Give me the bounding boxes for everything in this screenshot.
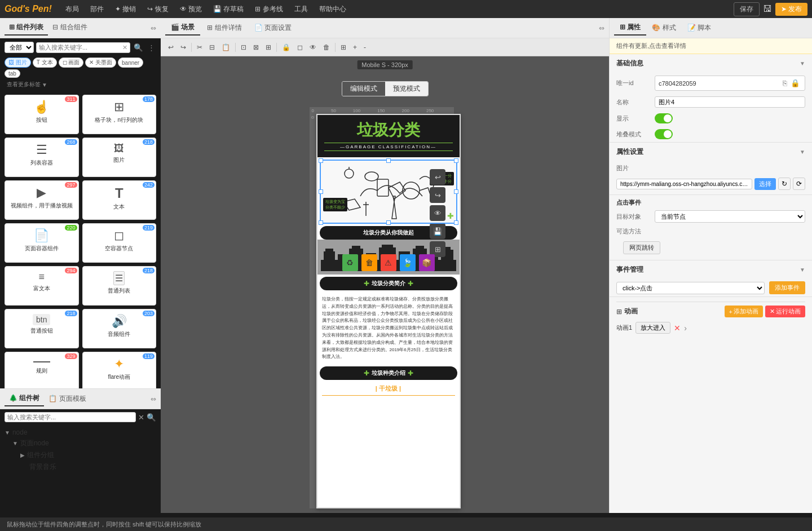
comp-item-page-container[interactable]: 220 📄 页面容器组件	[5, 223, 79, 263]
tab-attributes[interactable]: ⊞ 属性	[614, 20, 646, 36]
basic-info-header[interactable]: 基础信息 ▼	[610, 54, 812, 73]
tab-scene[interactable]: 🎬 场景	[165, 20, 200, 36]
comp-item-grid[interactable]: 178 ⊞ 格子块，n行列的块	[82, 95, 157, 134]
comp-item-plain-list[interactable]: 218 ☰ 普通列表	[82, 266, 157, 306]
menu-redo[interactable]: ↪ 恢复	[143, 2, 173, 16]
tab-comp-tree[interactable]: 🌲 组件树	[5, 391, 44, 406]
show-more-tags-btn[interactable]: 查看更多标签 ▼	[5, 80, 50, 89]
comp-item-list[interactable]: 268 ☰ 列表容器	[5, 138, 79, 177]
uid-copy-btn[interactable]: ⎘	[782, 78, 788, 88]
tree-search-clear[interactable]: ✕	[138, 413, 144, 422]
tree-search-btn[interactable]: 🔍	[147, 413, 156, 422]
tree-node-page[interactable]: ▼ 页面node	[12, 437, 156, 449]
toolbar-zoom-in[interactable]: +	[350, 42, 360, 52]
menu-component[interactable]: 部件	[86, 2, 108, 16]
center-expand-btn[interactable]: ⇔	[599, 24, 604, 32]
tag-image[interactable]: 🖼 图片	[5, 57, 31, 68]
add-event-btn[interactable]: 添加事件	[769, 281, 805, 294]
event-management-header[interactable]: 事件管理 ▼	[610, 260, 812, 279]
tree-node-bg-music[interactable]: 背景音乐	[20, 461, 156, 473]
overlay-toggle[interactable]	[655, 129, 673, 139]
tab-page-settings[interactable]: 📄 页面设置	[249, 21, 297, 35]
comp-item-audio[interactable]: 203 🔊 音频组件	[82, 309, 157, 348]
tag-canvas[interactable]: ◻ 画面	[59, 57, 84, 68]
toolbar-copy[interactable]: ⊟	[206, 42, 218, 52]
tab-component-list[interactable]: ⊞ 组件列表	[5, 20, 48, 36]
prop-update-banner[interactable]: 组件有更新,点击查看详情	[610, 38, 812, 54]
tag-text[interactable]: T 文本	[33, 57, 57, 68]
target-select[interactable]: 当前节点	[655, 210, 805, 223]
comp-item-flare[interactable]: 119 ✦ flare动画	[82, 352, 157, 388]
event-type-select[interactable]: click->点击	[616, 282, 765, 294]
component-search-input[interactable]	[39, 44, 122, 51]
toolbar-hide[interactable]: 👁	[307, 42, 319, 52]
float-forward-btn[interactable]: ↪	[430, 187, 445, 203]
tab-comp-detail[interactable]: ⊞ 组件详情	[201, 21, 247, 35]
toolbar-align[interactable]: ⊡	[238, 42, 249, 52]
tab-combine-component[interactable]: ⊟ 组合组件	[48, 20, 91, 36]
more-options-button[interactable]: ⋮	[147, 43, 156, 52]
edit-mode-btn[interactable]: 编辑模式	[342, 82, 385, 96]
menu-undo[interactable]: ✦ 撤销	[111, 2, 140, 16]
comp-item-plain-btn[interactable]: 218 btn 普通按钮	[5, 309, 79, 348]
comp-item-richtext[interactable]: 294 ≡ 富文本	[5, 266, 79, 306]
tab-page-template[interactable]: 📋 页面模板	[44, 392, 90, 406]
comp-item-text[interactable]: 242 T 文本	[82, 180, 157, 220]
tag-tab[interactable]: tab	[5, 69, 20, 78]
tree-expand-btn[interactable]: ⇔	[151, 395, 156, 403]
toolbar-zoom-fit[interactable]: ⊞	[338, 42, 349, 52]
category-select[interactable]: 全部	[5, 42, 34, 53]
expand-panel-btn[interactable]: ⇔	[151, 24, 156, 32]
image-choose-btn[interactable]: 选择	[754, 178, 776, 190]
toolbar-order[interactable]: ⊞	[263, 42, 274, 52]
toolbar-paste[interactable]: 📋	[219, 42, 233, 52]
comp-item-empty-container[interactable]: 219 ◻ 空容器节点	[82, 223, 157, 263]
preview-mode-btn[interactable]: 预览模式	[385, 82, 428, 96]
save-icon[interactable]: 🖫	[763, 4, 772, 14]
uid-lock-btn[interactable]: 🔒	[789, 78, 801, 88]
toolbar-distribute[interactable]: ⊠	[250, 42, 262, 52]
tree-search-input[interactable]	[5, 412, 136, 422]
attr-settings-header[interactable]: 属性设置 ▼	[610, 143, 812, 161]
toolbar-delete[interactable]: 🗑	[320, 42, 333, 52]
toolbar-redo[interactable]: ↪	[178, 42, 189, 52]
save-button[interactable]: 保存	[734, 2, 760, 16]
toolbar-lock[interactable]: 🔒	[279, 42, 293, 52]
tab-style[interactable]: 🎨 样式	[646, 21, 681, 35]
anim-item-action-btn[interactable]: 放大进入	[636, 322, 670, 334]
comp-item-rule[interactable]: 329 规则	[5, 352, 79, 388]
add-animation-btn[interactable]: + 添加动画	[725, 306, 763, 317]
tag-close[interactable]: ✕ 关墨面	[85, 57, 116, 68]
image-refresh-btn[interactable]: ⟳	[793, 178, 805, 190]
menu-tools[interactable]: 工具	[290, 2, 312, 16]
anim-delete-btn[interactable]: ✕	[674, 324, 681, 333]
display-toggle[interactable]	[655, 113, 673, 123]
menu-layout[interactable]: 布局	[61, 2, 83, 16]
run-animation-btn[interactable]: ✕ 运行动画	[765, 306, 805, 317]
tree-node-root[interactable]: ▼ node	[5, 427, 156, 437]
search-button[interactable]: 🔍	[133, 43, 144, 52]
menu-guidelines[interactable]: ⊞ 参考线	[250, 2, 287, 16]
tree-node-comp-group[interactable]: ▶ 组件分组	[20, 449, 156, 461]
image-rotate-btn[interactable]: ↻	[778, 178, 791, 190]
toolbar-group[interactable]: ◻	[294, 42, 306, 52]
canvas-area[interactable]: Mobile S - 320px 编辑模式 预览模式 0 50 100 150	[161, 56, 609, 513]
toolbar-cut[interactable]: ✂	[194, 42, 205, 52]
menu-save-draft[interactable]: 💾 存草稿	[209, 2, 248, 16]
float-rotate-btn[interactable]: ↩	[430, 169, 445, 185]
anim-next-btn[interactable]: ›	[684, 324, 687, 333]
tab-script[interactable]: 📝 脚本	[682, 21, 717, 35]
menu-help[interactable]: 帮助中心	[315, 2, 351, 16]
float-visible-btn[interactable]: 👁	[430, 205, 445, 221]
menu-preview[interactable]: 👁 预览	[175, 2, 206, 16]
toolbar-zoom-out[interactable]: -	[361, 42, 369, 52]
float-save-btn[interactable]: 💾	[430, 223, 445, 239]
method-value-btn[interactable]: 网页跳转	[623, 241, 660, 254]
tag-banner[interactable]: banner	[118, 57, 143, 68]
image-url-input[interactable]	[616, 179, 752, 189]
search-clear-icon[interactable]: ✕	[122, 44, 127, 51]
comp-item-image[interactable]: 218 🖼 图片	[82, 138, 157, 177]
publish-button[interactable]: ➤ 发布	[775, 3, 807, 16]
name-input[interactable]	[655, 96, 805, 108]
comp-item-video[interactable]: 297 ▶ 视频组件，用于播放视频	[5, 180, 79, 220]
